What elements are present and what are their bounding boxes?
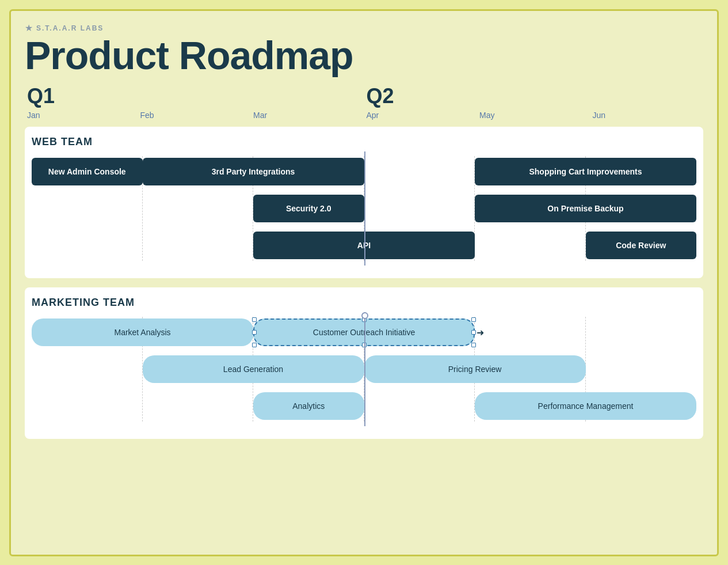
web-team-section: WEB TEAM New Admin Console [25, 127, 703, 278]
handle-br [471, 343, 476, 347]
quarter-row: Q1 Q2 [25, 84, 703, 108]
handle-bl [252, 343, 257, 347]
bar-pricing-review[interactable]: Pricing Review [364, 355, 586, 383]
bar-performance-management[interactable]: Performance Management [475, 392, 696, 420]
bar-code-review[interactable]: Code Review [586, 232, 697, 259]
handle-mr [471, 330, 476, 335]
time-indicator-circle [361, 312, 368, 319]
handle-ml [252, 330, 257, 335]
marketing-team-title: MARKETING TEAM [32, 297, 696, 309]
bar-3rd-party-integrations[interactable]: 3rd Party Integrations [143, 158, 364, 185]
brand-name: S.T.A.A.R LABS [36, 24, 104, 32]
header: ★ S.T.A.A.R LABS Product Roadmap [25, 22, 703, 75]
month-mar: Mar [251, 111, 364, 120]
month-may: May [477, 111, 590, 120]
bar-lead-generation[interactable]: Lead Generation [143, 355, 364, 383]
resize-arrow-icon: ➜ [477, 327, 484, 338]
brand-star-icon: ★ [25, 22, 33, 33]
month-jun: Jun [590, 111, 704, 120]
brand-row: ★ S.T.A.A.R LABS [25, 22, 703, 33]
quarter-q1: Q1 [25, 84, 364, 108]
month-row: Jan Feb Mar Apr May Jun [25, 111, 703, 120]
time-indicator-web [364, 151, 365, 266]
time-indicator-mkt [364, 312, 365, 426]
bar-analytics[interactable]: Analytics [253, 392, 364, 420]
web-team-grid: New Admin Console 3rd Party Integrations… [32, 156, 696, 261]
page-title: Product Roadmap [25, 36, 703, 75]
bar-security-2[interactable]: Security 2.0 [253, 195, 364, 222]
marketing-team-grid: Market Analysis Customer Outreach Initia… [32, 317, 696, 422]
handle-tr [471, 317, 476, 322]
quarter-q2: Q2 [364, 84, 704, 108]
web-team-title: WEB TEAM [32, 136, 696, 148]
month-apr: Apr [364, 111, 478, 120]
month-feb: Feb [138, 111, 251, 120]
handle-tl [252, 317, 257, 322]
bar-market-analysis[interactable]: Market Analysis [32, 318, 253, 346]
bar-on-premise-backup[interactable]: On Premise Backup [475, 195, 696, 222]
bar-shopping-cart-improvements[interactable]: Shopping Cart Improvements [475, 158, 696, 185]
marketing-team-section: MARKETING TEAM M [25, 287, 703, 439]
bar-new-admin-console[interactable]: New Admin Console [32, 158, 143, 185]
month-jan: Jan [25, 111, 138, 120]
timeline-area: Q1 Q2 Jan Feb Mar Apr May Jun WEB TEAM [25, 84, 703, 439]
